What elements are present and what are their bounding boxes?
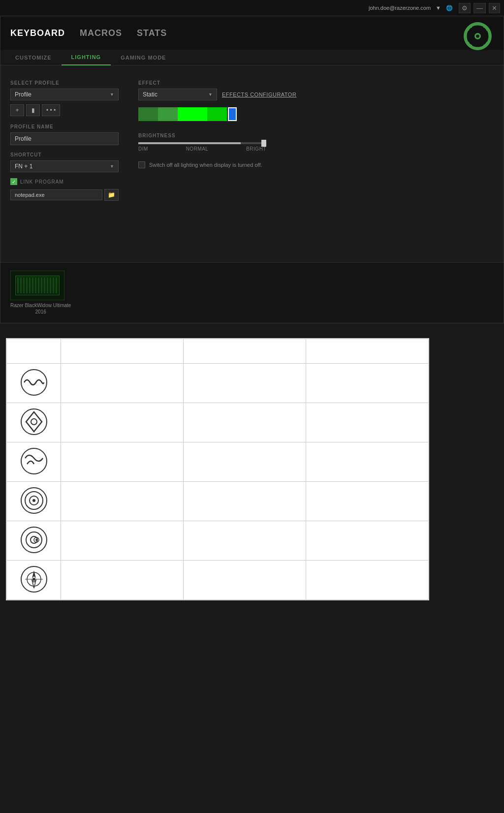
row6-col4	[306, 561, 429, 600]
subtab-customize[interactable]: CUSTOMIZE	[5, 50, 62, 65]
user-email: john.doe@razerzone.com	[369, 5, 431, 11]
target-icon	[20, 487, 48, 514]
brightness-slider-track[interactable]	[138, 142, 266, 144]
profile-dropdown-arrow: ▼	[110, 92, 114, 97]
device-entry[interactable]: Razer BlackWidow Ultimate 2016	[10, 271, 71, 315]
right-column: EFFECT Static ▼ EFFECTS CONFIGURATOR	[138, 80, 494, 252]
row2-col3	[184, 403, 306, 442]
icon-table-section	[6, 338, 429, 600]
row4-col3	[184, 482, 306, 521]
tab-keyboard[interactable]: KEYBOARD	[10, 28, 65, 38]
icon-cell-wave	[7, 364, 61, 403]
icon-cell-spiral	[7, 521, 61, 561]
color-bar-container	[138, 107, 494, 121]
icon-cell-diamond	[7, 403, 61, 442]
color-segment-green	[207, 107, 227, 121]
app-header: KEYBOARD MACROS STATS	[0, 16, 504, 50]
switch-off-checkbox[interactable]	[138, 161, 145, 168]
link-program-checkbox[interactable]	[10, 178, 17, 185]
header-cell-col3	[184, 339, 306, 364]
brightness-slider-thumb[interactable]	[261, 140, 266, 147]
diamond-icon	[20, 408, 48, 436]
tab-stats[interactable]: STATS	[137, 28, 167, 38]
subtab-lighting[interactable]: LIGHTING	[62, 50, 111, 65]
svg-point-5	[31, 419, 37, 425]
svg-point-1	[476, 34, 479, 38]
shortcut-value: FN + 1	[15, 163, 32, 170]
switch-off-text: Switch off all lighting when display is …	[149, 162, 262, 168]
header-cell-icon	[7, 339, 61, 364]
link-program-label: LINK PROGRAM	[20, 179, 64, 185]
shortcut-dropdown[interactable]: FN + 1 ▼	[10, 160, 119, 172]
effect-value: Static	[143, 91, 158, 98]
table-row	[7, 403, 429, 442]
header-cell-col2	[61, 339, 184, 364]
minimize-button[interactable]: —	[473, 3, 486, 13]
device-name: Razer BlackWidow Ultimate 2016	[10, 302, 71, 315]
color-segment-mid-green	[158, 107, 178, 121]
table-row	[7, 561, 429, 600]
file-path-input[interactable]	[10, 189, 102, 200]
svg-marker-18	[32, 570, 36, 578]
dropdown-arrow-email: ▼	[436, 5, 441, 11]
row2-col4	[306, 403, 429, 442]
left-column: SELECT PROFILE Profile ▼ + ▮ • • • PROFI…	[10, 80, 119, 252]
select-profile-label: SELECT PROFILE	[10, 80, 119, 86]
tab-macros[interactable]: MACROS	[80, 28, 122, 38]
row2-col2	[61, 403, 184, 442]
icon-table	[6, 339, 429, 600]
row1-col3	[184, 364, 306, 403]
ripple-icon	[20, 447, 48, 475]
row6-col2	[61, 561, 184, 600]
file-row: 📁	[10, 189, 119, 201]
color-bar[interactable]	[138, 107, 237, 121]
effect-dropdown[interactable]: Static ▼	[138, 89, 217, 100]
subtab-gaming-mode[interactable]: GAMING MODE	[111, 50, 176, 65]
shortcut-row: FN + 1 ▼	[10, 160, 119, 172]
delete-profile-button[interactable]: ▮	[26, 104, 40, 116]
row5-col2	[61, 521, 184, 561]
effects-configurator-link[interactable]: EFFECTS CONFIGURATOR	[222, 92, 296, 97]
color-segment-bright-green	[178, 107, 207, 121]
more-options-button[interactable]: • • •	[42, 104, 60, 116]
add-profile-button[interactable]: +	[10, 104, 24, 116]
color-segment-dark-green	[138, 107, 158, 121]
close-button[interactable]: ✕	[489, 3, 500, 13]
effect-label: EFFECT	[138, 80, 494, 86]
keyboard-preview-image	[15, 276, 60, 295]
row1-col2	[61, 364, 184, 403]
row6-col3	[184, 561, 306, 600]
app-window: KEYBOARD MACROS STATS CUSTOMIZE LIGHTING	[0, 16, 504, 323]
color-bar-cursor[interactable]	[228, 107, 237, 121]
label-bright: BRIGHT	[246, 146, 266, 152]
globe-icon: 🌐	[446, 5, 453, 11]
profile-name-label: PROFILE NAME	[10, 124, 119, 129]
svg-point-6	[21, 448, 47, 474]
icon-cell-target	[7, 482, 61, 521]
brightness-label: BRIGHTNESS	[138, 133, 494, 138]
keyboard-preview	[10, 271, 64, 300]
row4-col4	[306, 482, 429, 521]
profile-dropdown-row: Profile ▼	[10, 89, 119, 100]
table-row	[7, 364, 429, 403]
table-header-row	[7, 339, 429, 364]
table-row	[7, 482, 429, 521]
razer-logo	[462, 20, 494, 54]
profile-name-input[interactable]	[10, 132, 119, 145]
table-row	[7, 442, 429, 482]
row3-col4	[306, 442, 429, 482]
effect-row: Static ▼ EFFECTS CONFIGURATOR	[138, 89, 494, 100]
brightness-slider-fill	[138, 142, 241, 144]
label-normal: NORMAL	[186, 146, 209, 152]
label-dim: DIM	[138, 146, 148, 152]
profile-dropdown[interactable]: Profile ▼	[10, 89, 119, 100]
switch-off-row: Switch off all lighting when display is …	[138, 161, 494, 168]
row1-col4	[306, 364, 429, 403]
browse-button[interactable]: 📁	[104, 189, 119, 201]
settings-button[interactable]: ⚙	[459, 3, 471, 13]
row3-col3	[184, 442, 306, 482]
main-content: SELECT PROFILE Profile ▼ + ▮ • • • PROFI…	[0, 65, 504, 262]
brightness-slider-container: DIM NORMAL BRIGHT	[138, 142, 494, 152]
shortcut-label: SHORTCUT	[10, 152, 119, 157]
svg-point-10	[32, 499, 35, 502]
